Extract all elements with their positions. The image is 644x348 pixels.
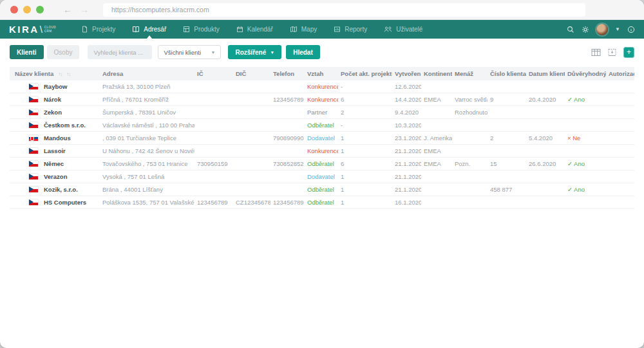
column-header[interactable]: Kontinent <box>421 67 452 80</box>
client-filter-select[interactable]: Všichni klienti ▼ <box>158 45 221 59</box>
search-button[interactable]: Hledat <box>286 45 320 59</box>
box-grid-icon <box>183 26 190 33</box>
cell-name: Raybow <box>10 80 100 93</box>
add-client-button[interactable]: + <box>623 47 634 58</box>
nav-item-uzivatele[interactable]: Uživatelé <box>375 20 431 39</box>
cell-cislo <box>488 170 526 183</box>
export-icon[interactable] <box>607 48 617 57</box>
cell-autorizace <box>606 196 634 209</box>
table-row[interactable]: RaybowPražská 13, 30100 PlzeňKonkurence-… <box>10 80 634 93</box>
nav-item-reporty[interactable]: Reporty <box>325 20 375 39</box>
search-icon[interactable] <box>567 26 574 33</box>
cell-duveryhodny: ✓ Ano <box>565 158 606 170</box>
cell-vztah: Dodavatel <box>305 132 338 145</box>
cell-vytvoren: 12.6.2020 <box>392 80 421 93</box>
cell-telefon: 123456789 <box>270 196 305 209</box>
cell-name: Nárok <box>10 93 100 106</box>
address-bar[interactable]: https://hscomputers.kiracrm.com <box>103 3 585 17</box>
gear-icon[interactable] <box>582 26 589 33</box>
nav-item-projekty[interactable]: Projekty <box>73 20 124 39</box>
logo-tagline: CLOUD CRM <box>44 26 56 33</box>
table-row[interactable]: Mandous, 039 01 Turčianske Teplice790890… <box>10 132 634 145</box>
table-row[interactable]: Kozik, s.r.o.Brána , 44001 LíšťanyOdběra… <box>10 183 634 196</box>
nav-item-produkty[interactable]: Produkty <box>175 20 227 39</box>
sort-icon[interactable]: ↑↓ <box>58 71 62 77</box>
cell-kontinent: EMEA <box>421 158 452 170</box>
tab-klienti[interactable]: Klienti <box>10 45 44 59</box>
cell-pocet: 1 <box>338 183 392 196</box>
user-avatar[interactable] <box>596 24 608 35</box>
minimize-window-icon[interactable] <box>23 6 31 14</box>
cell-datum <box>526 145 565 158</box>
cell-ic <box>194 119 233 132</box>
cell-telefon: 790890990 <box>270 132 305 145</box>
forward-arrow-icon[interactable]: → <box>80 5 89 14</box>
cell-autorizace <box>606 80 634 93</box>
column-header[interactable]: Číslo klienta <box>488 67 526 80</box>
cell-adresa: Příčná , 76701 Kroměříž <box>100 93 194 106</box>
advanced-filter-button[interactable]: Rozšířené ▼ <box>228 45 281 59</box>
tab-osoby[interactable]: Osoby <box>47 45 80 59</box>
cell-menaz <box>452 196 488 209</box>
kira-logo[interactable]: KIRA \ CLOUD CRM <box>9 20 56 39</box>
cell-ic <box>194 132 233 145</box>
nav-item-adresar[interactable]: Adresář <box>124 20 175 39</box>
table-row[interactable]: NárokPříčná , 76701 Kroměříž123456789Kon… <box>10 93 634 106</box>
table-row[interactable]: LassoirU Náhonu , 742 42 Šenov u Nového … <box>10 145 634 158</box>
cell-vytvoren: 16.1.2020 <box>392 196 421 209</box>
book-icon <box>132 26 140 33</box>
table-row[interactable]: Čestkom s.r.o.Václavské náměstí , 110 00… <box>10 119 634 132</box>
cell-telefon: 123456789 <box>270 93 305 106</box>
nav-item-kalendar[interactable]: Kalendář <box>228 20 281 39</box>
cell-pocet: 1 <box>338 170 392 183</box>
cell-kontinent: EMEA <box>421 145 452 158</box>
flag-cz-icon <box>29 187 38 192</box>
filter-toolbar: Klienti Osoby Všichni klienti ▼ Rozšířen… <box>10 45 634 59</box>
column-header[interactable]: DIČ <box>233 67 270 80</box>
cell-name: Mandous <box>10 132 100 145</box>
column-header[interactable]: Vytvořen <box>392 67 421 80</box>
table-row[interactable]: VerazonVysoká , 757 01 LešnáDodavatel121… <box>10 170 634 183</box>
logo-brand-text: KIRA <box>9 24 39 35</box>
chevron-down-icon[interactable]: ▼ <box>615 26 620 32</box>
flag-cz-icon <box>29 122 38 128</box>
column-header[interactable]: Název klienta↑↓↑↓ <box>10 67 100 80</box>
column-header[interactable]: Telefon <box>270 67 305 80</box>
cell-pocet: 1 <box>338 132 392 145</box>
cell-dic <box>233 132 270 145</box>
cell-vytvoren: 14.4.2020 <box>392 93 421 106</box>
column-header[interactable]: Adresa <box>100 67 194 80</box>
cell-name: Kozik, s.r.o. <box>10 183 100 196</box>
cell-autorizace <box>606 170 634 183</box>
cell-dic <box>233 170 270 183</box>
table-row[interactable]: ZekonŠumperská , 78391 UničovPartner29.4… <box>10 106 634 119</box>
cell-pocet: 6 <box>338 158 392 170</box>
back-arrow-icon[interactable]: ← <box>63 5 72 14</box>
column-header[interactable]: Autorizace <box>606 67 634 80</box>
maximize-window-icon[interactable] <box>36 6 44 14</box>
column-header[interactable]: Datum klienta <box>526 67 565 80</box>
table-row[interactable]: NěmecTovačovského , 753 01 Hranice730950… <box>10 158 634 170</box>
cell-adresa: Šumperská , 78391 Uničov <box>100 106 194 119</box>
close-window-icon[interactable] <box>10 6 18 14</box>
cell-datum <box>526 170 565 183</box>
column-header[interactable]: IČ <box>194 67 233 80</box>
app-navbar: KIRA \ CLOUD CRM Projekty Adresář Produk… <box>0 20 644 39</box>
search-input[interactable] <box>88 45 152 59</box>
column-header[interactable]: Důvěryhodný? <box>565 67 606 80</box>
table-row[interactable]: HS ComputersPoláškova 1535, 757 01 Valaš… <box>10 196 634 209</box>
cell-cislo <box>488 196 526 209</box>
column-header[interactable]: Počet akt. projektů <box>338 67 392 80</box>
table-columns-icon[interactable] <box>591 48 601 57</box>
column-header[interactable]: Menáž <box>452 67 488 80</box>
nav-item-mapy[interactable]: Mapy <box>281 20 325 39</box>
cell-dic <box>233 80 270 93</box>
column-header[interactable]: Vztah <box>305 67 338 80</box>
cell-name: Čestkom s.r.o. <box>10 119 100 132</box>
info-icon[interactable] <box>627 26 635 33</box>
sort-icon[interactable]: ↑↓ <box>66 71 70 77</box>
cell-duveryhodny <box>565 196 606 209</box>
cell-name: HS Computers <box>10 196 100 209</box>
cell-autorizace <box>606 106 634 119</box>
cell-cislo: 9 <box>488 93 526 106</box>
